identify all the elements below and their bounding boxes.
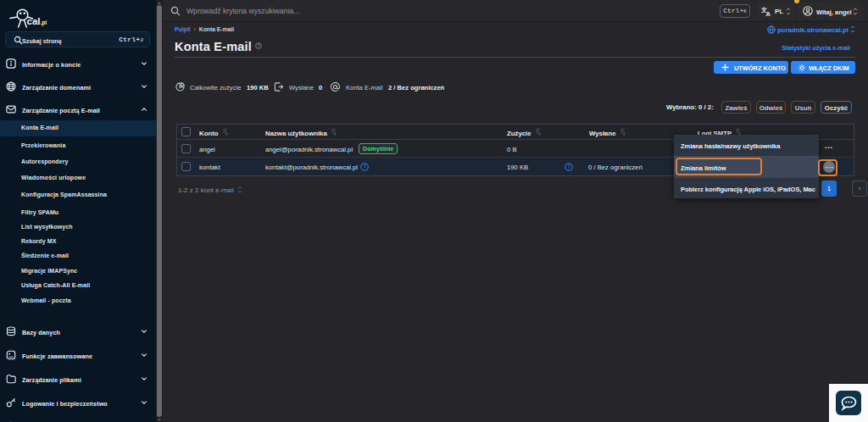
svg-text:A: A [766,10,771,17]
svg-text:?: ? [567,164,570,169]
svg-text:?: ? [363,164,366,169]
svg-text:?: ? [258,44,260,48]
svg-text:.pl: .pl [41,19,47,26]
svg-text:cal: cal [27,16,41,26]
